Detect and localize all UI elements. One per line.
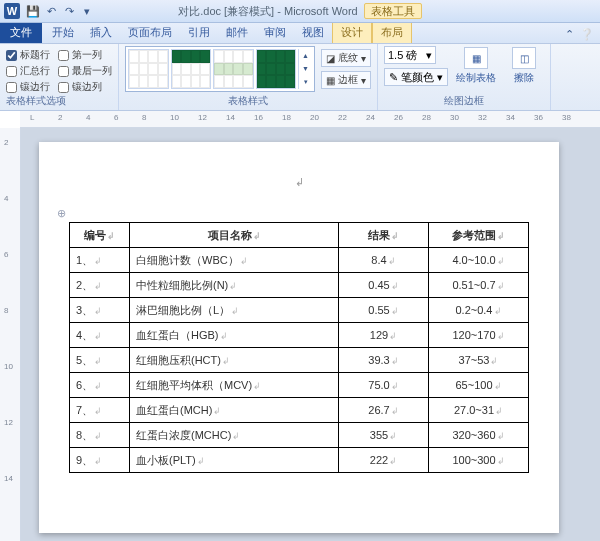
cell-ref[interactable]: 37~53↲: [429, 348, 529, 373]
cell-no[interactable]: 8、↲: [70, 423, 130, 448]
cell-no[interactable]: 1、↲: [70, 248, 130, 273]
qat-redo-button[interactable]: ↷: [62, 4, 76, 18]
cell-ref[interactable]: 120~170↲: [429, 323, 529, 348]
tab-table-layout[interactable]: 布局: [372, 21, 412, 43]
style-thumb-plain[interactable]: [128, 49, 169, 89]
ribbon-minimize-button[interactable]: ⌃: [565, 28, 574, 41]
cell-no[interactable]: 4、↲: [70, 323, 130, 348]
cell-no[interactable]: 5、↲: [70, 348, 130, 373]
cell-no[interactable]: 3、↲: [70, 298, 130, 323]
document-scroll-area[interactable]: ↲ ⊕ 编号↲ 项目名称↲ 结果↲ 参考范围↲ 1、↲白细: [21, 128, 600, 541]
gallery-more[interactable]: ▾: [299, 76, 312, 89]
cell-name[interactable]: 红蛋白浓度(MCHC)↲: [130, 423, 339, 448]
pen-color-icon: ✎: [389, 71, 398, 84]
tab-file[interactable]: 文件: [0, 22, 42, 43]
chk-banded-cols-label: 镶边列: [72, 80, 102, 94]
horizontal-ruler[interactable]: L2468101214161820222426283032343638: [20, 111, 600, 128]
cell-name[interactable]: 血小板(PLT)↲: [130, 448, 339, 473]
tab-review[interactable]: 审阅: [256, 22, 294, 43]
table-header-row[interactable]: 编号↲ 项目名称↲ 结果↲ 参考范围↲: [70, 223, 529, 248]
gallery-scroll-up[interactable]: ▲: [299, 49, 312, 62]
table-row[interactable]: 5、↲红细胞压积(HCT)↲39.3↲37~53↲: [70, 348, 529, 373]
cell-result[interactable]: 222↲: [339, 448, 429, 473]
table-row[interactable]: 7、↲血红蛋白(MCH)↲26.7↲27.0~31↲: [70, 398, 529, 423]
group-draw-borders: 1.5 磅 ▾ ✎ 笔颜色 ▾ ▦ 绘制表格 ◫ 擦除 绘图边框: [378, 44, 551, 110]
shading-button[interactable]: ◪ 底纹 ▾: [321, 49, 371, 67]
pen-width-stepper[interactable]: 1.5 磅 ▾: [384, 46, 436, 64]
pen-color-button[interactable]: ✎ 笔颜色 ▾: [384, 68, 448, 86]
word-logo-icon: W: [4, 3, 20, 19]
table-move-handle[interactable]: ⊕: [57, 207, 529, 220]
borders-button[interactable]: ▦ 边框 ▾: [321, 71, 371, 89]
table-row[interactable]: 8、↲红蛋白浓度(MCHC)↲355↲320~360↲: [70, 423, 529, 448]
tab-insert[interactable]: 插入: [82, 22, 120, 43]
cell-result[interactable]: 0.45↲: [339, 273, 429, 298]
cell-name[interactable]: 红细胞平均体积（MCV)↲: [130, 373, 339, 398]
data-table[interactable]: 编号↲ 项目名称↲ 结果↲ 参考范围↲ 1、↲白细胞计数（WBC）↲8.4↲4.…: [69, 222, 529, 473]
tab-references[interactable]: 引用: [180, 22, 218, 43]
cell-no[interactable]: 6、↲: [70, 373, 130, 398]
cell-result[interactable]: 26.7↲: [339, 398, 429, 423]
tab-home[interactable]: 开始: [44, 22, 82, 43]
cell-no[interactable]: 7、↲: [70, 398, 130, 423]
chk-header-row[interactable]: 标题行: [6, 48, 50, 62]
cell-ref[interactable]: 320~360↲: [429, 423, 529, 448]
qat-save-button[interactable]: 💾: [26, 4, 40, 18]
table-row[interactable]: 1、↲白细胞计数（WBC）↲8.4↲4.0~10.0↲: [70, 248, 529, 273]
cell-name[interactable]: 中性粒细胞比例(N)↲: [130, 273, 339, 298]
eraser-icon: ◫: [512, 47, 536, 69]
tab-table-design[interactable]: 设计: [332, 21, 372, 43]
th-no[interactable]: 编号↲: [70, 223, 130, 248]
th-result[interactable]: 结果↲: [339, 223, 429, 248]
cell-ref[interactable]: 27.0~31↲: [429, 398, 529, 423]
cell-result[interactable]: 0.55↲: [339, 298, 429, 323]
th-ref[interactable]: 参考范围↲: [429, 223, 529, 248]
cell-result[interactable]: 129↲: [339, 323, 429, 348]
table-row[interactable]: 2、↲中性粒细胞比例(N)↲0.45↲0.51~0.7↲: [70, 273, 529, 298]
tab-mailings[interactable]: 邮件: [218, 22, 256, 43]
cell-name[interactable]: 白细胞计数（WBC）↲: [130, 248, 339, 273]
cell-result[interactable]: 8.4↲: [339, 248, 429, 273]
style-thumb-dark[interactable]: [256, 49, 297, 89]
cell-name[interactable]: 血红蛋白(MCH)↲: [130, 398, 339, 423]
table-styles-gallery[interactable]: ▲ ▼ ▾: [125, 46, 315, 92]
cell-no[interactable]: 9、↲: [70, 448, 130, 473]
cell-ref[interactable]: 65~100↲: [429, 373, 529, 398]
cell-ref[interactable]: 0.51~0.7↲: [429, 273, 529, 298]
cell-ref[interactable]: 100~300↲: [429, 448, 529, 473]
chk-last-col[interactable]: 最后一列: [58, 64, 112, 78]
help-button[interactable]: ❔: [580, 28, 594, 41]
contextual-tab-title: 表格工具: [364, 3, 422, 19]
table-row[interactable]: 3、↲淋巴细胞比例（L）↲0.55↲0.2~0.4↲: [70, 298, 529, 323]
draw-table-button[interactable]: ▦ 绘制表格: [456, 47, 496, 85]
vertical-ruler[interactable]: 2468101214: [0, 128, 21, 541]
style-thumb-banded[interactable]: [213, 49, 254, 89]
th-name[interactable]: 项目名称↲: [130, 223, 339, 248]
chk-total-row[interactable]: 汇总行: [6, 64, 50, 78]
cell-name[interactable]: 淋巴细胞比例（L）↲: [130, 298, 339, 323]
tab-view[interactable]: 视图: [294, 22, 332, 43]
qat-undo-button[interactable]: ↶: [44, 4, 58, 18]
chk-banded-cols[interactable]: 镶边列: [58, 80, 112, 94]
shading-icon: ◪: [326, 53, 335, 64]
eraser-button[interactable]: ◫ 擦除: [504, 47, 544, 85]
cell-result[interactable]: 75.0↲: [339, 373, 429, 398]
cell-ref[interactable]: 0.2~0.4↲: [429, 298, 529, 323]
cell-no[interactable]: 2、↲: [70, 273, 130, 298]
cell-name[interactable]: 血红蛋白（HGB)↲: [130, 323, 339, 348]
table-row[interactable]: 9、↲血小板(PLT)↲222↲100~300↲: [70, 448, 529, 473]
cell-result[interactable]: 355↲: [339, 423, 429, 448]
cell-result[interactable]: 39.3↲: [339, 348, 429, 373]
cell-name[interactable]: 红细胞压积(HCT)↲: [130, 348, 339, 373]
group-table-styles: ▲ ▼ ▾ ◪ 底纹 ▾ ▦ 边框 ▾: [119, 44, 378, 110]
qat-customize-button[interactable]: ▾: [80, 4, 94, 18]
table-row[interactable]: 4、↲血红蛋白（HGB)↲129↲120~170↲: [70, 323, 529, 348]
chk-first-col[interactable]: 第一列: [58, 48, 112, 62]
table-row[interactable]: 6、↲红细胞平均体积（MCV)↲75.0↲65~100↲: [70, 373, 529, 398]
tab-page-layout[interactable]: 页面布局: [120, 22, 180, 43]
chk-banded-rows[interactable]: 镶边行: [6, 80, 50, 94]
style-thumb-header[interactable]: [171, 49, 212, 89]
chk-banded-rows-label: 镶边行: [20, 80, 50, 94]
gallery-scroll-down[interactable]: ▼: [299, 62, 312, 75]
cell-ref[interactable]: 4.0~10.0↲: [429, 248, 529, 273]
